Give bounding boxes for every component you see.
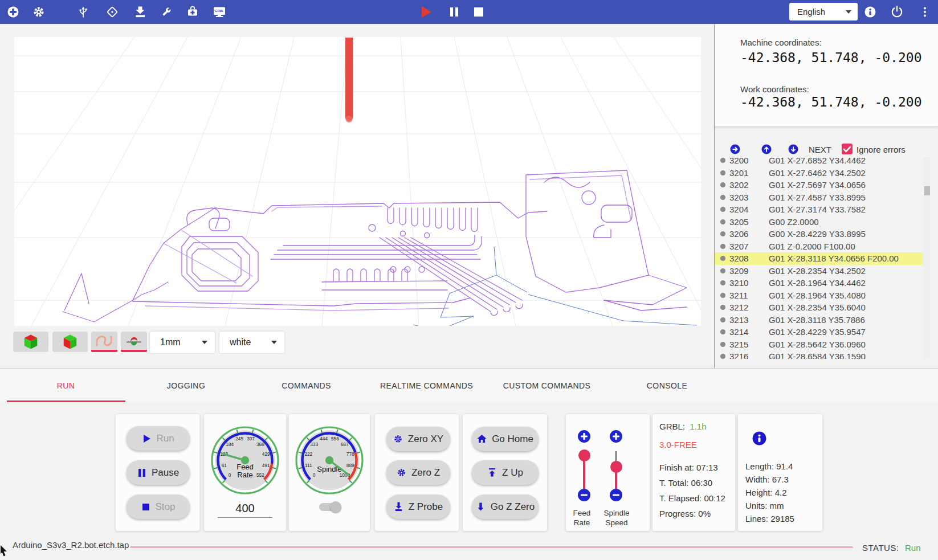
feed-slider-handle[interactable] xyxy=(578,449,590,461)
gcode-line[interactable]: 3206G00 X-28.4229 Y33.8995 xyxy=(715,228,930,240)
run-button[interactable]: Run xyxy=(127,426,190,451)
svg-text:0: 0 xyxy=(313,472,316,478)
scrollbar-thumb[interactable] xyxy=(924,186,930,195)
active-tab-underline xyxy=(7,400,125,402)
arrow-up-circle-icon[interactable] xyxy=(761,144,772,154)
go-home-label: Go Home xyxy=(492,434,533,445)
feed-plus-icon[interactable] xyxy=(577,430,591,443)
gcode-line[interactable]: 3213G01 X-28.3118 Y35.7886 xyxy=(715,314,930,326)
svg-text:GRBL: GRBL xyxy=(215,9,224,13)
z-probe-button[interactable]: Z Probe xyxy=(386,494,450,519)
gcode-line[interactable]: 3202G01 X-27.5697 Y34.0656 xyxy=(715,179,930,191)
go-z-zero-button[interactable]: Go Z Zero xyxy=(472,494,539,519)
gcode-line-number: 3213 xyxy=(729,315,759,325)
feed-minus-icon[interactable] xyxy=(577,488,591,502)
z-up-button[interactable]: Z Up xyxy=(472,460,539,485)
gcode-line-command: G01 X-28.2354 Y35.6040 xyxy=(769,303,866,312)
view-cube-back-button[interactable] xyxy=(52,332,88,352)
gcode-line[interactable]: 3212G01 X-28.2354 Y35.6040 xyxy=(715,301,930,314)
chevron-down-icon xyxy=(271,341,277,344)
usb-icon[interactable] xyxy=(76,5,90,19)
pause-icon[interactable] xyxy=(447,5,461,19)
toolbox-icon[interactable] xyxy=(186,5,199,19)
tab-jogging[interactable]: JOGGING xyxy=(126,369,246,402)
gcode-line-command: G01 X-28.2354 Y34.2502 xyxy=(769,266,866,276)
tool-toggle-button[interactable] xyxy=(121,332,147,352)
grbl-label: GRBL: xyxy=(659,422,685,431)
tab-realtime-commands[interactable]: REALTIME COMMANDS xyxy=(366,369,487,402)
pause-button[interactable]: Pause xyxy=(127,460,190,485)
gcode-line-command: G01 X-27.6852 Y34.4462 xyxy=(769,157,866,165)
toolpath-viewport[interactable] xyxy=(14,37,701,326)
gcode-line-dot xyxy=(720,231,725,236)
spindle-slider-track-lower[interactable] xyxy=(615,471,617,489)
zero-z-button[interactable]: Zero Z xyxy=(386,460,450,485)
progress-bar xyxy=(130,546,853,548)
svg-text:Rate: Rate xyxy=(237,471,252,479)
spindle-minus-icon[interactable] xyxy=(609,488,623,502)
gcode-line[interactable]: 3209G01 X-28.2354 Y34.2502 xyxy=(715,265,930,277)
svg-text:184: 184 xyxy=(226,442,234,447)
gcode-line[interactable]: 3203G01 X-27.4587 Y33.8995 xyxy=(715,191,930,204)
gcode-line-command: G01 X-27.4587 Y33.8995 xyxy=(769,193,866,202)
gcode-line[interactable]: 3214G01 X-28.4229 Y35.9547 xyxy=(715,326,930,338)
gcode-line[interactable]: 3207G01 Z-0.2000 F100.00 xyxy=(715,240,930,253)
gcode-line[interactable]: 3208G01 X-28.3118 Y34.0656 F200.00 xyxy=(715,252,930,265)
gcode-line[interactable]: 3215G01 X-28.5642 Y36.0960 xyxy=(715,338,930,351)
stop-button[interactable]: Stop xyxy=(127,494,190,519)
gcode-scrollbar[interactable] xyxy=(923,157,931,359)
grbl-monitor-icon[interactable]: GRBL xyxy=(213,5,226,19)
download-icon[interactable] xyxy=(133,5,147,19)
step-size-select[interactable]: 1mm xyxy=(150,332,215,353)
arrow-right-circle-icon[interactable] xyxy=(730,144,740,154)
gcode-line[interactable]: 3205G00 Z2.0000 xyxy=(715,216,930,228)
check-icon xyxy=(842,144,853,154)
gcode-line[interactable]: 3204G01 X-27.3174 Y33.7582 xyxy=(715,203,930,216)
gcode-line[interactable]: 3211G01 X-28.1964 Y35.4080 xyxy=(715,289,930,302)
feed-slider-track[interactable] xyxy=(583,459,585,489)
info-icon[interactable] xyxy=(863,5,877,19)
menu-dots-icon[interactable] xyxy=(918,5,932,19)
gcode-line[interactable]: 3210G01 X-28.1964 Y34.4462 xyxy=(715,277,930,289)
feed-rate-value[interactable]: 400 xyxy=(218,502,272,518)
gcode-line-dot xyxy=(720,195,725,200)
language-select[interactable]: English xyxy=(789,3,858,21)
locate-icon[interactable] xyxy=(105,5,119,19)
gcode-line-number: 3214 xyxy=(729,327,759,337)
settings-gear-icon[interactable] xyxy=(32,5,46,19)
gcode-line-command: G00 Z2.0000 xyxy=(769,217,819,227)
gcode-line[interactable]: 3201G01 X-27.6462 Y34.2502 xyxy=(715,167,930,179)
pause-icon xyxy=(137,468,146,477)
wrench-icon[interactable] xyxy=(160,5,173,19)
gcode-line-dot xyxy=(720,244,725,249)
gcode-line[interactable]: 3200G01 X-27.6852 Y34.4462 xyxy=(715,157,930,167)
go-home-button[interactable]: Go Home xyxy=(472,427,539,451)
language-value: English xyxy=(797,7,825,17)
gcode-line-number: 3206 xyxy=(729,229,759,239)
zero-xy-button[interactable]: Zero XY xyxy=(386,427,450,451)
toolpath-toggle-button[interactable] xyxy=(91,332,117,352)
spindle-toggle-knob[interactable] xyxy=(330,501,341,513)
machine-coordinates-value: -42.368, 51.748, -0.200 xyxy=(740,50,922,65)
gcode-line-dot xyxy=(720,280,725,285)
spindle-slider-handle[interactable] xyxy=(610,461,622,473)
power-icon[interactable] xyxy=(890,5,904,19)
ignore-errors-checkbox[interactable] xyxy=(842,144,853,154)
view-cube-front-button[interactable] xyxy=(13,332,48,352)
feed-override-label: FeedRate xyxy=(562,509,602,528)
tab-run[interactable]: RUN xyxy=(6,369,126,402)
add-circle-icon[interactable] xyxy=(6,5,20,19)
tab-commands[interactable]: COMMANDS xyxy=(246,369,366,402)
gcode-nav-row: NEXT Ignore errors xyxy=(715,139,938,157)
arrow-down-circle-icon[interactable] xyxy=(788,144,798,154)
gcode-line[interactable]: 3216G01 X-28.6584 Y36.1590 xyxy=(715,350,930,359)
svg-text:368: 368 xyxy=(256,442,264,447)
z-up-label: Z Up xyxy=(502,467,523,479)
tab-custom-commands[interactable]: CUSTOM COMMANDS xyxy=(487,369,607,402)
stop-icon[interactable] xyxy=(472,5,486,19)
spindle-plus-icon[interactable] xyxy=(609,430,623,443)
play-icon[interactable] xyxy=(419,5,433,19)
tab-console[interactable]: CONSOLE xyxy=(607,369,727,402)
background-color-select[interactable]: white xyxy=(219,332,284,353)
gcode-line-dot xyxy=(720,305,725,310)
